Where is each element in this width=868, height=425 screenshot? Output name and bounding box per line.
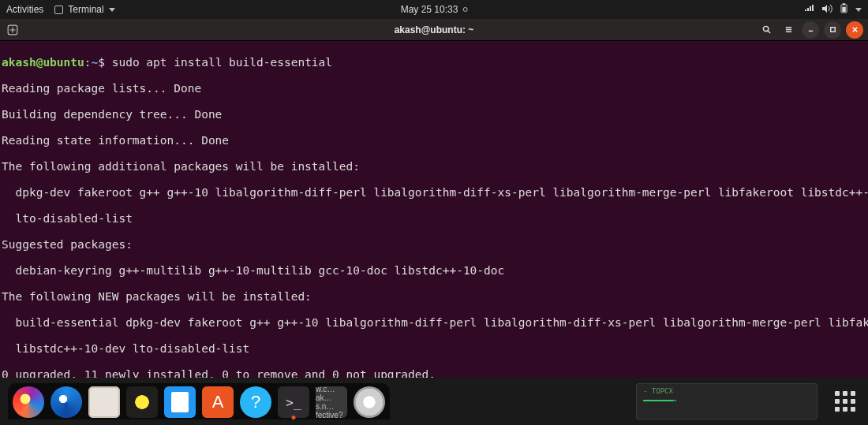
close-button[interactable] — [846, 21, 863, 39]
chevron-down-icon — [855, 8, 862, 12]
ubuntu-software-icon[interactable]: A — [202, 386, 234, 418]
battery-icon — [840, 3, 847, 16]
firefox-icon[interactable] — [13, 386, 44, 418]
activities-button[interactable]: Activities — [6, 4, 43, 15]
terminal-dock-icon[interactable]: >_ — [278, 386, 309, 418]
new-tab-button[interactable] — [5, 22, 21, 38]
dock: A ? >_ w.c…ak…s.n…fective? — [8, 383, 390, 419]
disc-icon[interactable] — [354, 386, 385, 418]
command-text: sudo apt install build-essential — [112, 56, 332, 69]
panel-label: - TOPCX — [643, 387, 810, 395]
chevron-down-icon — [109, 8, 115, 12]
panel-graph — [643, 400, 810, 401]
search-button[interactable] — [758, 21, 775, 39]
output-line: debian-keyring g++-multilib g++-10-multi… — [2, 264, 866, 278]
show-applications-button[interactable] — [830, 386, 860, 416]
output-line: Suggested packages: — [2, 238, 866, 252]
clock-label: May 25 10:33 — [401, 4, 458, 15]
todo-dock-icon[interactable]: w.c…ak…s.n…fective? — [316, 386, 347, 418]
minimize-button[interactable] — [802, 21, 819, 39]
dock-area: A ? >_ w.c…ak…s.n…fective? - TOPCX — [0, 378, 868, 425]
prompt-userhost: akash@ubuntu — [2, 56, 84, 69]
output-line: Reading state information... Done — [2, 134, 866, 147]
hamburger-menu-button[interactable] — [780, 21, 797, 39]
help-icon[interactable]: ? — [240, 386, 271, 418]
thunderbird-icon[interactable] — [51, 386, 82, 418]
output-line: libstdc++-10-dev lto-disabled-list — [2, 342, 866, 356]
libreoffice-writer-icon[interactable] — [164, 386, 196, 418]
volume-icon — [821, 4, 832, 16]
terminal-app-icon — [54, 6, 63, 14]
system-monitor-panel[interactable]: - TOPCX — [636, 383, 817, 419]
app-menu[interactable]: Terminal — [54, 4, 114, 15]
rhythmbox-icon[interactable] — [126, 386, 158, 418]
gnome-top-bar: Activities Terminal May 25 10:33 — [0, 0, 868, 19]
output-line: Building dependency tree... Done — [2, 108, 866, 121]
svg-rect-5 — [830, 28, 835, 32]
files-icon[interactable] — [88, 386, 120, 418]
output-line: Reading package lists... Done — [2, 82, 866, 95]
output-line: lto-disabled-list — [2, 212, 866, 226]
output-line: 0 upgraded, 11 newly installed, 0 to rem… — [2, 368, 866, 378]
network-icon — [804, 4, 814, 16]
prompt-line: akash@ubuntu:~$ sudo apt install build-e… — [2, 56, 866, 69]
notification-dot-icon — [462, 7, 467, 12]
svg-point-4 — [763, 26, 768, 31]
prompt-cwd: ~ — [92, 56, 99, 69]
terminal-header-bar: akash@ubuntu: ~ — [0, 19, 868, 41]
window-title: akash@ubuntu: ~ — [395, 24, 474, 35]
output-line: dpkg-dev fakeroot g++ g++-10 libalgorith… — [2, 186, 866, 199]
output-line: The following NEW packages will be insta… — [2, 290, 866, 304]
terminal-viewport[interactable]: akash@ubuntu:~$ sudo apt install build-e… — [0, 41, 868, 378]
system-status-area[interactable] — [804, 3, 862, 16]
svg-rect-1 — [843, 3, 846, 5]
clock[interactable]: May 25 10:33 — [401, 4, 468, 15]
app-menu-label: Terminal — [68, 4, 103, 15]
output-line: build-essential dpkg-dev fakeroot g++ g+… — [2, 316, 866, 330]
output-line: The following additional packages will b… — [2, 160, 866, 173]
svg-rect-2 — [842, 7, 846, 12]
maximize-button[interactable] — [824, 21, 841, 39]
